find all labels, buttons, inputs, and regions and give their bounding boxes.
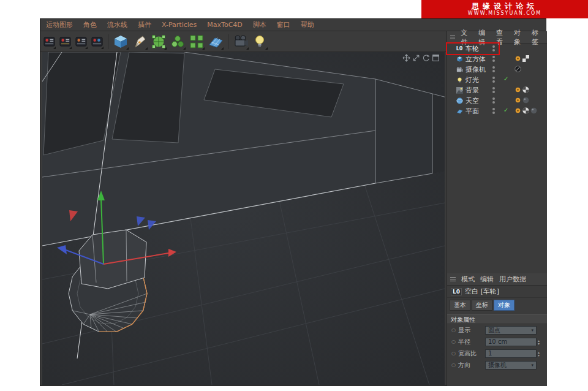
3d-scene [42, 52, 445, 385]
subdivision-surface-icon[interactable] [150, 33, 167, 50]
visibility-dots[interactable] [492, 77, 495, 83]
texture-tag-sphere-icon[interactable] [522, 107, 529, 114]
am-menu-mode[interactable]: 模式 [461, 275, 475, 284]
menu-script[interactable]: 脚本 [253, 20, 266, 29]
banner-url: WWW.MISSYUAN.COM [468, 10, 541, 16]
maximize-view-icon[interactable] [432, 54, 440, 62]
aspect-stepper[interactable]: ▴▾ [538, 351, 540, 357]
prop-aspect-ratio: ○ 宽高比 1 ▴▾ [447, 347, 547, 359]
object-row-camera[interactable]: 摄像机 [447, 64, 547, 75]
visibility-dots[interactable] [492, 45, 495, 51]
render-view-icon[interactable] [42, 34, 56, 50]
key-dot-icon[interactable]: ○ [451, 339, 456, 344]
camera-object-icon [455, 66, 464, 74]
visibility-dots[interactable] [492, 66, 495, 72]
watermark-banner: 思缘设计论坛 WWW.MISSYUAN.COM [421, 0, 588, 18]
render-queue-icon[interactable] [74, 34, 88, 50]
viewport-3d[interactable] [42, 52, 445, 385]
toolbar-separator [108, 34, 108, 49]
plane-icon[interactable] [207, 33, 224, 50]
prop-display: ○ 显示 圆点▾ [447, 324, 547, 336]
menu-help[interactable]: 帮助 [301, 20, 314, 29]
object-label: 天空 [466, 96, 479, 105]
viewport-controls [402, 54, 440, 62]
compositing-tag-icon[interactable] [514, 97, 521, 104]
plane-object-icon [455, 108, 464, 115]
zoom-icon[interactable] [412, 54, 420, 62]
tab-coordinates[interactable]: 坐标 [472, 300, 492, 311]
material-tag-icon[interactable] [522, 97, 529, 104]
menu-maxtoc4d[interactable]: MaxToC4D [207, 21, 242, 29]
visibility-dots[interactable] [492, 87, 495, 93]
object-row-plane[interactable]: 平面 ✓ [447, 106, 547, 116]
rotate-icon[interactable] [422, 54, 430, 62]
key-dot-icon[interactable]: ○ [451, 351, 456, 356]
menu-motion-graphics[interactable]: 运动图形 [46, 20, 73, 29]
array-icon[interactable] [188, 33, 205, 50]
texture-tag-sphere-icon[interactable] [522, 86, 529, 93]
am-tabs: 基本 坐标 对象 [447, 298, 547, 313]
render-settings-icon[interactable] [58, 34, 72, 50]
object-list: L0 车轮 立方体 摄像 [447, 44, 547, 116]
screenshot-root: 思缘设计论坛 WWW.MISSYUAN.COM 运动图形 角色 流水线 插件 X… [0, 0, 588, 391]
enabled-check-icon[interactable]: ✓ [503, 107, 508, 113]
prop-orientation-label: 方向 [458, 361, 485, 370]
prop-aspect-label: 宽高比 [458, 349, 485, 358]
am-object-title: 空白 [车轮] [465, 287, 499, 296]
object-label: 背景 [466, 86, 479, 95]
pan-icon[interactable] [402, 54, 410, 62]
am-title-row: L0 空白 [车轮] [447, 286, 547, 298]
camera-tool-icon[interactable] [232, 33, 249, 50]
am-menu-edit[interactable]: 编辑 [480, 275, 494, 284]
object-row-light[interactable]: 灯光 ✓ [447, 75, 547, 85]
tab-basic[interactable]: 基本 [450, 300, 470, 311]
null-object-icon: L0 [451, 288, 462, 295]
object-label: 灯光 [466, 75, 479, 85]
object-row-cube[interactable]: 立方体 [447, 54, 547, 64]
menu-window[interactable]: 窗口 [277, 20, 290, 29]
render-team-icon[interactable] [90, 34, 104, 50]
key-dot-icon[interactable]: ○ [451, 327, 456, 333]
texture-tag-icon[interactable] [522, 55, 529, 62]
cube-primitive-icon[interactable] [112, 33, 129, 50]
object-label: 车轮 [466, 44, 479, 53]
phong-tag-icon[interactable] [514, 55, 521, 62]
menu-character[interactable]: 角色 [83, 20, 97, 29]
cloner-icon[interactable] [169, 33, 186, 50]
display-dropdown[interactable]: 圆点▾ [485, 326, 537, 335]
object-row-background[interactable]: 背景 [447, 85, 547, 96]
menu-plugins[interactable]: 插件 [138, 20, 151, 29]
prop-radius-label: 半径 [458, 338, 485, 346]
am-menu-userdata[interactable]: 用户数据 [499, 275, 526, 284]
visibility-dots[interactable] [492, 108, 495, 114]
prop-display-label: 显示 [458, 326, 485, 335]
null-object-icon: L0 [455, 46, 464, 51]
spline-pen-icon[interactable] [131, 33, 148, 50]
tab-object[interactable]: 对象 [494, 300, 514, 311]
key-dot-icon[interactable]: ○ [451, 362, 456, 368]
panel-grip-icon[interactable] [450, 34, 455, 40]
panel-grip-icon[interactable] [450, 276, 456, 282]
aspect-ratio-input[interactable]: 1 [485, 349, 537, 358]
compositing-tag-icon[interactable] [514, 107, 521, 114]
chevron-down-icon: ▾ [531, 328, 533, 333]
object-label: 立方体 [466, 55, 486, 64]
viewport-column [40, 31, 447, 386]
object-row-sky[interactable]: 天空 [447, 96, 547, 106]
visibility-dots[interactable] [492, 97, 495, 104]
compositing-tag-icon[interactable] [514, 86, 521, 93]
radius-stepper[interactable]: ▴▾ [538, 339, 540, 345]
enabled-check-icon[interactable]: ✓ [503, 75, 508, 82]
protection-tag-icon[interactable] [514, 66, 521, 72]
material-tag-icon[interactable] [530, 107, 537, 114]
orientation-dropdown[interactable]: 摄像机▾ [485, 361, 537, 370]
menu-pipeline[interactable]: 流水线 [107, 20, 127, 29]
prop-orientation: ○ 方向 摄像机▾ [447, 359, 547, 371]
menu-xparticles[interactable]: X-Particles [162, 21, 197, 29]
radius-input[interactable]: 10 cm [485, 338, 537, 346]
visibility-dots[interactable] [492, 56, 495, 62]
banner-title: 思缘设计论坛 [472, 2, 538, 11]
cube-object-icon [455, 56, 464, 63]
object-row-wheel[interactable]: L0 车轮 [447, 44, 547, 54]
light-tool-icon[interactable] [251, 33, 268, 50]
